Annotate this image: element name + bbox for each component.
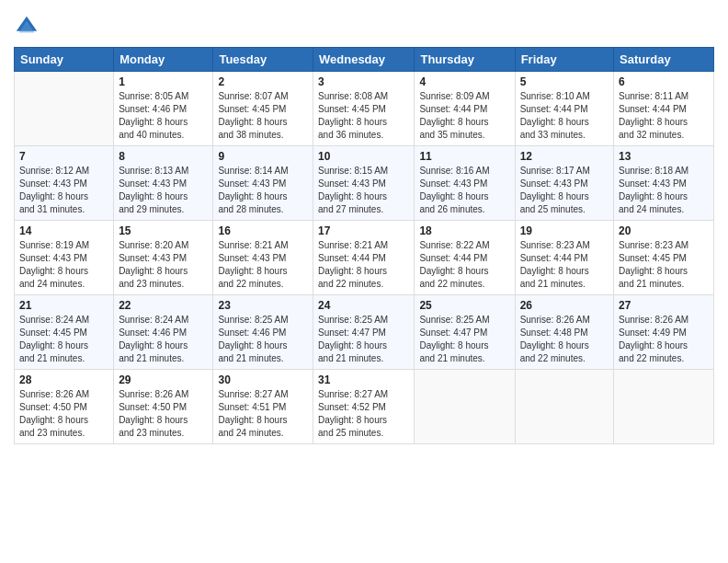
calendar-cell: 9Sunrise: 8:14 AM Sunset: 4:43 PM Daylig… xyxy=(213,146,313,221)
day-info: Sunrise: 8:10 AM Sunset: 4:44 PM Dayligh… xyxy=(520,90,609,142)
day-info: Sunrise: 8:25 AM Sunset: 4:47 PM Dayligh… xyxy=(419,314,509,365)
calendar-cell: 8Sunrise: 8:13 AM Sunset: 4:43 PM Daylig… xyxy=(114,146,213,221)
day-number: 2 xyxy=(218,75,308,88)
day-number: 16 xyxy=(218,224,308,237)
calendar-cell: 28Sunrise: 8:26 AM Sunset: 4:50 PM Dayli… xyxy=(15,370,114,444)
calendar-cell: 22Sunrise: 8:24 AM Sunset: 4:46 PM Dayli… xyxy=(114,295,213,370)
day-info: Sunrise: 8:27 AM Sunset: 4:52 PM Dayligh… xyxy=(318,388,409,440)
logo xyxy=(14,14,43,40)
day-info: Sunrise: 8:24 AM Sunset: 4:46 PM Dayligh… xyxy=(119,314,208,365)
calendar-cell: 23Sunrise: 8:25 AM Sunset: 4:46 PM Dayli… xyxy=(213,295,313,370)
calendar-cell: 27Sunrise: 8:26 AM Sunset: 4:49 PM Dayli… xyxy=(614,295,714,370)
calendar-cell: 31Sunrise: 8:27 AM Sunset: 4:52 PM Dayli… xyxy=(313,370,415,444)
day-info: Sunrise: 8:13 AM Sunset: 4:43 PM Dayligh… xyxy=(119,165,208,216)
day-number: 6 xyxy=(619,75,709,88)
day-info: Sunrise: 8:09 AM Sunset: 4:44 PM Dayligh… xyxy=(419,90,509,142)
calendar-cell: 3Sunrise: 8:08 AM Sunset: 4:45 PM Daylig… xyxy=(313,72,415,146)
day-number: 10 xyxy=(318,150,409,163)
calendar-cell: 21Sunrise: 8:24 AM Sunset: 4:45 PM Dayli… xyxy=(15,295,114,370)
day-number: 11 xyxy=(419,150,509,163)
day-number: 19 xyxy=(520,224,609,237)
calendar-cell: 10Sunrise: 8:15 AM Sunset: 4:43 PM Dayli… xyxy=(313,146,415,221)
weekday-header: Saturday xyxy=(614,48,714,72)
calendar-cell: 7Sunrise: 8:12 AM Sunset: 4:43 PM Daylig… xyxy=(15,146,114,221)
logo-icon xyxy=(14,14,40,40)
day-number: 25 xyxy=(419,299,509,312)
day-number: 30 xyxy=(218,373,308,386)
day-number: 23 xyxy=(218,299,308,312)
weekday-header-row: SundayMondayTuesdayWednesdayThursdayFrid… xyxy=(15,48,714,72)
calendar-cell xyxy=(415,370,515,444)
calendar-cell: 11Sunrise: 8:16 AM Sunset: 4:43 PM Dayli… xyxy=(415,146,515,221)
day-info: Sunrise: 8:26 AM Sunset: 4:48 PM Dayligh… xyxy=(520,314,609,365)
day-info: Sunrise: 8:26 AM Sunset: 4:49 PM Dayligh… xyxy=(619,314,709,365)
calendar-cell: 13Sunrise: 8:18 AM Sunset: 4:43 PM Dayli… xyxy=(614,146,714,221)
calendar-cell: 14Sunrise: 8:19 AM Sunset: 4:43 PM Dayli… xyxy=(15,221,114,295)
day-info: Sunrise: 8:26 AM Sunset: 4:50 PM Dayligh… xyxy=(119,388,208,440)
weekday-header: Tuesday xyxy=(213,48,313,72)
day-info: Sunrise: 8:08 AM Sunset: 4:45 PM Dayligh… xyxy=(318,90,409,142)
day-info: Sunrise: 8:14 AM Sunset: 4:43 PM Dayligh… xyxy=(218,165,308,216)
day-number: 12 xyxy=(520,150,609,163)
day-number: 14 xyxy=(19,224,108,237)
calendar-week-row: 28Sunrise: 8:26 AM Sunset: 4:50 PM Dayli… xyxy=(15,370,714,444)
day-info: Sunrise: 8:15 AM Sunset: 4:43 PM Dayligh… xyxy=(318,165,409,216)
calendar-cell: 29Sunrise: 8:26 AM Sunset: 4:50 PM Dayli… xyxy=(114,370,213,444)
calendar-cell: 5Sunrise: 8:10 AM Sunset: 4:44 PM Daylig… xyxy=(515,72,613,146)
day-number: 26 xyxy=(520,299,609,312)
calendar-cell: 26Sunrise: 8:26 AM Sunset: 4:48 PM Dayli… xyxy=(515,295,613,370)
day-info: Sunrise: 8:21 AM Sunset: 4:44 PM Dayligh… xyxy=(318,239,409,291)
day-number: 7 xyxy=(19,150,108,163)
header xyxy=(14,9,714,40)
day-number: 9 xyxy=(218,150,308,163)
calendar-cell xyxy=(614,370,714,444)
calendar-cell xyxy=(15,72,114,146)
calendar: SundayMondayTuesdayWednesdayThursdayFrid… xyxy=(14,47,714,444)
calendar-week-row: 21Sunrise: 8:24 AM Sunset: 4:45 PM Dayli… xyxy=(15,295,714,370)
calendar-cell: 20Sunrise: 8:23 AM Sunset: 4:45 PM Dayli… xyxy=(614,221,714,295)
weekday-header: Wednesday xyxy=(313,48,415,72)
day-number: 22 xyxy=(119,299,208,312)
calendar-cell: 2Sunrise: 8:07 AM Sunset: 4:45 PM Daylig… xyxy=(213,72,313,146)
day-number: 13 xyxy=(619,150,709,163)
calendar-week-row: 1Sunrise: 8:05 AM Sunset: 4:46 PM Daylig… xyxy=(15,72,714,146)
day-number: 28 xyxy=(19,373,108,386)
day-number: 18 xyxy=(419,224,509,237)
day-info: Sunrise: 8:20 AM Sunset: 4:43 PM Dayligh… xyxy=(119,239,208,291)
day-info: Sunrise: 8:23 AM Sunset: 4:44 PM Dayligh… xyxy=(520,239,609,291)
weekday-header: Sunday xyxy=(15,48,114,72)
calendar-cell: 12Sunrise: 8:17 AM Sunset: 4:43 PM Dayli… xyxy=(515,146,613,221)
day-number: 24 xyxy=(318,299,409,312)
calendar-cell: 24Sunrise: 8:25 AM Sunset: 4:47 PM Dayli… xyxy=(313,295,415,370)
day-info: Sunrise: 8:25 AM Sunset: 4:46 PM Dayligh… xyxy=(218,314,308,365)
calendar-week-row: 7Sunrise: 8:12 AM Sunset: 4:43 PM Daylig… xyxy=(15,146,714,221)
day-number: 21 xyxy=(19,299,108,312)
calendar-cell: 19Sunrise: 8:23 AM Sunset: 4:44 PM Dayli… xyxy=(515,221,613,295)
day-info: Sunrise: 8:21 AM Sunset: 4:43 PM Dayligh… xyxy=(218,239,308,291)
day-number: 27 xyxy=(619,299,709,312)
day-number: 8 xyxy=(119,150,208,163)
day-info: Sunrise: 8:19 AM Sunset: 4:43 PM Dayligh… xyxy=(19,239,108,291)
calendar-cell: 4Sunrise: 8:09 AM Sunset: 4:44 PM Daylig… xyxy=(415,72,515,146)
calendar-cell: 6Sunrise: 8:11 AM Sunset: 4:44 PM Daylig… xyxy=(614,72,714,146)
calendar-cell: 25Sunrise: 8:25 AM Sunset: 4:47 PM Dayli… xyxy=(415,295,515,370)
weekday-header: Monday xyxy=(114,48,213,72)
calendar-cell: 15Sunrise: 8:20 AM Sunset: 4:43 PM Dayli… xyxy=(114,221,213,295)
day-info: Sunrise: 8:07 AM Sunset: 4:45 PM Dayligh… xyxy=(218,90,308,142)
calendar-week-row: 14Sunrise: 8:19 AM Sunset: 4:43 PM Dayli… xyxy=(15,221,714,295)
day-info: Sunrise: 8:22 AM Sunset: 4:44 PM Dayligh… xyxy=(419,239,509,291)
day-number: 20 xyxy=(619,224,709,237)
weekday-header: Friday xyxy=(515,48,613,72)
calendar-cell: 18Sunrise: 8:22 AM Sunset: 4:44 PM Dayli… xyxy=(415,221,515,295)
day-info: Sunrise: 8:23 AM Sunset: 4:45 PM Dayligh… xyxy=(619,239,709,291)
day-number: 15 xyxy=(119,224,208,237)
day-number: 3 xyxy=(318,75,409,88)
day-info: Sunrise: 8:11 AM Sunset: 4:44 PM Dayligh… xyxy=(619,90,709,142)
day-number: 5 xyxy=(520,75,609,88)
day-info: Sunrise: 8:18 AM Sunset: 4:43 PM Dayligh… xyxy=(619,165,709,216)
calendar-cell xyxy=(515,370,613,444)
day-info: Sunrise: 8:27 AM Sunset: 4:51 PM Dayligh… xyxy=(218,388,308,440)
day-number: 1 xyxy=(119,75,208,88)
day-info: Sunrise: 8:26 AM Sunset: 4:50 PM Dayligh… xyxy=(19,388,108,440)
day-info: Sunrise: 8:25 AM Sunset: 4:47 PM Dayligh… xyxy=(318,314,409,365)
